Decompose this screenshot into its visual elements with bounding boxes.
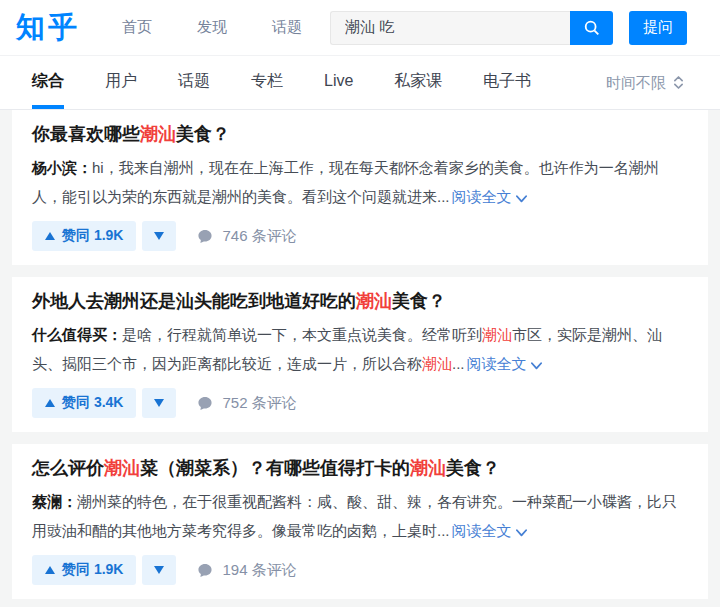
downvote-arrow-icon [154,399,164,407]
search-result-card: 外地人去潮州还是汕头能吃到地道好吃的潮汕美食？ 什么值得买：是啥，行程就简单说一… [12,277,708,432]
question-title-link[interactable]: 外地人去潮州还是汕头能吃到地道好吃的潮汕美食？ [32,290,688,313]
upvote-button[interactable]: 赞同 1.9K [32,221,136,251]
search-tabs: 综合 用户 话题 专栏 Live 私家课 电子书 时间不限 [0,56,720,110]
comment-bubble-icon [197,563,213,578]
chevron-down-icon [531,362,542,370]
upvote-arrow-icon [45,232,55,240]
answer-excerpt: 杨小滨：hi，我来自潮州，现在在上海工作，现在每天都怀念着家乡的美食。也许作为一… [32,153,688,211]
tab-topics[interactable]: 话题 [178,56,210,109]
tab-live[interactable]: Live [324,56,353,109]
read-more-link[interactable]: 阅读全文 [452,522,527,539]
question-title-link[interactable]: 你最喜欢哪些潮汕美食？ [32,123,688,146]
nav-item-topics[interactable]: 话题 [272,18,302,37]
read-more-link[interactable]: 阅读全文 [467,355,542,372]
nav-item-home[interactable]: 首页 [122,18,152,37]
comments-link[interactable]: 194 条评论 [197,561,296,580]
result-actions: 赞同 3.4K 752 条评论 [32,388,688,418]
excerpt-text: 什么值得买：是啥，行程就简单说一下，本文重点说美食。经常听到潮汕市区，实际是潮州… [32,326,662,372]
result-actions: 赞同 1.9K 194 条评论 [32,555,688,585]
ask-question-button[interactable]: 提问 [629,11,687,45]
upvote-arrow-icon [45,566,55,574]
search-input[interactable] [330,11,570,45]
tab-private-courses[interactable]: 私家课 [394,56,442,109]
chevron-updown-icon [673,75,684,90]
time-filter-label: 时间不限 [606,56,666,110]
tab-comprehensive[interactable]: 综合 [32,56,64,109]
upvote-arrow-icon [45,399,55,407]
question-title-link[interactable]: 怎么评价潮汕菜（潮菜系）？有哪些值得打卡的潮汕美食？ [32,457,688,480]
search-bar [330,11,613,45]
chevron-down-icon [516,529,527,537]
search-icon [583,19,601,37]
comment-bubble-icon [197,396,213,411]
comments-link[interactable]: 746 条评论 [197,227,296,246]
answer-excerpt: 蔡澜：潮州菜的特色，在于很重视配酱料：咸、酸、甜、辣，各有讲究。一种菜配一小碟酱… [32,487,688,545]
read-more-link[interactable]: 阅读全文 [452,188,527,205]
downvote-button[interactable] [142,388,176,418]
upvote-button[interactable]: 赞同 3.4K [32,388,136,418]
upvote-button[interactable]: 赞同 1.9K [32,555,136,585]
excerpt-text: 杨小滨：hi，我来自潮州，现在在上海工作，现在每天都怀念着家乡的美食。也许作为一… [32,159,659,205]
result-actions: 赞同 1.9K 746 条评论 [32,221,688,251]
top-header: 知乎 首页 发现 话题 提问 [0,0,720,56]
answer-excerpt: 什么值得买：是啥，行程就简单说一下，本文重点说美食。经常听到潮汕市区，实际是潮州… [32,320,688,378]
search-result-card: 你最喜欢哪些潮汕美食？ 杨小滨：hi，我来自潮州，现在在上海工作，现在每天都怀念… [12,110,708,265]
search-button[interactable] [570,11,613,45]
comment-bubble-icon [197,229,213,244]
downvote-button[interactable] [142,221,176,251]
downvote-arrow-icon [154,232,164,240]
downvote-button[interactable] [142,555,176,585]
search-result-card: 怎么评价潮汕菜（潮菜系）？有哪些值得打卡的潮汕美食？ 蔡澜：潮州菜的特色，在于很… [12,444,708,599]
chevron-down-icon [516,195,527,203]
downvote-arrow-icon [154,566,164,574]
main-nav: 首页 发现 话题 [122,18,302,37]
tab-users[interactable]: 用户 [105,56,137,109]
zhihu-logo[interactable]: 知乎 [16,8,80,48]
tab-ebooks[interactable]: 电子书 [483,56,531,109]
excerpt-text: 蔡澜：潮州菜的特色，在于很重视配酱料：咸、酸、甜、辣，各有讲究。一种菜配一小碟酱… [32,493,677,539]
tab-columns[interactable]: 专栏 [251,56,283,109]
time-filter-dropdown[interactable]: 时间不限 [606,56,684,109]
comments-link[interactable]: 752 条评论 [197,394,296,413]
nav-item-discover[interactable]: 发现 [197,18,227,37]
